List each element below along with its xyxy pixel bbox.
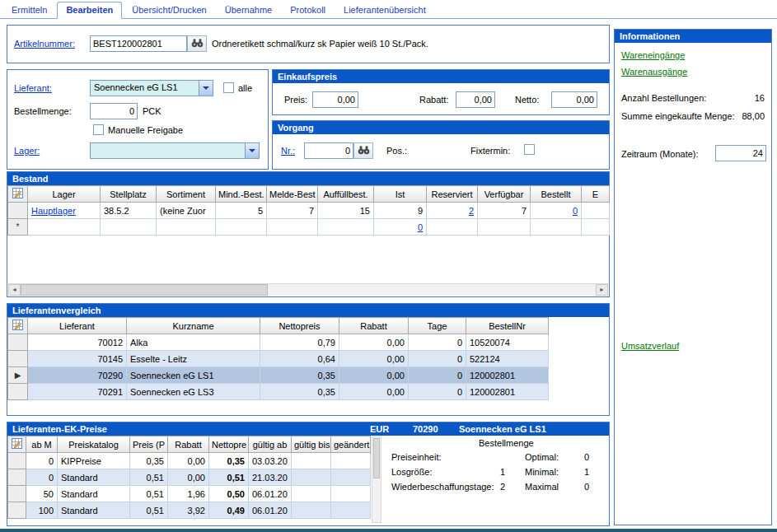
cell[interactable] bbox=[427, 219, 478, 236]
scroll-right-arrow[interactable]: ► bbox=[596, 284, 608, 296]
artikelnummer-input[interactable] bbox=[90, 35, 187, 52]
netto-input[interactable] bbox=[551, 91, 597, 108]
cell[interactable]: 3,92 bbox=[168, 502, 209, 519]
artikelnummer-link[interactable]: Artikelnummer: bbox=[14, 38, 75, 49]
artikel-search-button[interactable] bbox=[187, 35, 207, 52]
cell[interactable] bbox=[331, 453, 371, 469]
cell[interactable]: 06.01.20 bbox=[249, 486, 292, 502]
cell[interactable]: Standard bbox=[58, 502, 130, 519]
cell[interactable]: 5 bbox=[216, 203, 267, 219]
column-header[interactable]: Sortiment bbox=[157, 186, 216, 203]
cell[interactable]: Soennecken eG LS1 bbox=[127, 367, 260, 384]
grid-settings-icon[interactable] bbox=[8, 436, 26, 453]
column-header[interactable]: Mind.-Best. bbox=[216, 186, 267, 203]
cell[interactable]: 120002801 bbox=[466, 367, 549, 384]
cell[interactable]: 10520074 bbox=[466, 334, 549, 351]
vorgang-nr-input[interactable] bbox=[304, 142, 353, 159]
cell[interactable]: 0,51 bbox=[130, 469, 168, 486]
lieferant-combobox[interactable]: Soennecken eG LS1 bbox=[90, 80, 213, 96]
cell[interactable]: 0,35 bbox=[260, 384, 339, 400]
scrollbar-thumb[interactable] bbox=[373, 438, 380, 478]
cell[interactable]: 70012 bbox=[28, 334, 127, 351]
column-header[interactable]: E bbox=[582, 186, 610, 203]
cell[interactable]: 0,00 bbox=[168, 469, 209, 486]
table-row-selected[interactable]: ▶ 70290 Soennecken eG LS1 0,35 0,00 0 12… bbox=[8, 367, 549, 384]
fixtermin-checkbox[interactable] bbox=[524, 144, 535, 155]
column-header[interactable]: Reserviert bbox=[427, 186, 478, 203]
cell[interactable]: 0,00 bbox=[339, 384, 409, 400]
cell[interactable]: 7 bbox=[478, 203, 531, 219]
reserviert-link[interactable]: 2 bbox=[427, 203, 478, 219]
cell[interactable]: 9 bbox=[374, 203, 427, 219]
table-row[interactable]: 70145 Esselte - Leitz 0,64 0,00 0 522124 bbox=[8, 351, 549, 367]
cell[interactable]: (keine Zuor bbox=[157, 203, 216, 219]
table-row[interactable]: Hauptlager 38.5.2 (keine Zuor 5 7 15 9 2… bbox=[8, 203, 610, 219]
cell[interactable]: 03.03.20 bbox=[249, 453, 292, 469]
cell[interactable]: 70291 bbox=[28, 384, 127, 400]
rabatt-input[interactable] bbox=[456, 91, 495, 108]
hauptlager-link[interactable]: Hauptlager bbox=[28, 203, 101, 219]
cell[interactable]: 21.03.20 bbox=[249, 469, 292, 486]
column-header[interactable]: BestellNr bbox=[466, 318, 549, 334]
column-header[interactable]: Auffüllbest. bbox=[318, 186, 374, 203]
column-header[interactable]: ab M bbox=[26, 436, 58, 453]
column-header[interactable]: Stellplatz bbox=[101, 186, 157, 203]
column-header[interactable]: Nettopreis bbox=[260, 318, 339, 334]
cell[interactable]: 50 bbox=[26, 486, 58, 502]
column-header[interactable]: Tage bbox=[409, 318, 466, 334]
cell[interactable]: 70290 bbox=[28, 367, 127, 384]
cell[interactable]: 0,64 bbox=[260, 351, 339, 367]
cell[interactable]: 0,00 bbox=[339, 351, 409, 367]
cell[interactable]: Soennecken eG LS3 bbox=[127, 384, 260, 400]
umsatzverlauf-link[interactable]: Umsatzverlauf bbox=[621, 340, 679, 352]
cell[interactable]: 0,35 bbox=[209, 453, 249, 469]
cell[interactable] bbox=[331, 502, 371, 519]
cell[interactable]: 06.01.20 bbox=[249, 502, 292, 519]
preis-input[interactable] bbox=[312, 91, 358, 108]
cell[interactable]: 0,50 bbox=[209, 486, 249, 502]
wareneingaenge-link[interactable]: Wareneingänge bbox=[621, 49, 685, 61]
column-header[interactable]: Bestellt bbox=[531, 186, 582, 203]
column-header[interactable]: Preis (P bbox=[130, 436, 168, 453]
scroll-left-arrow[interactable]: ◄ bbox=[8, 284, 21, 296]
column-header[interactable]: Lieferant bbox=[28, 318, 127, 334]
tab-protokoll[interactable]: Protokoll bbox=[282, 2, 334, 18]
ist-link[interactable]: 0 bbox=[374, 219, 427, 236]
cell[interactable] bbox=[216, 219, 267, 236]
cell[interactable]: 0 bbox=[26, 453, 58, 469]
cell[interactable] bbox=[292, 486, 331, 502]
tab-bearbeiten[interactable]: Bearbeiten bbox=[57, 2, 122, 19]
cell[interactable] bbox=[318, 219, 374, 236]
cell[interactable] bbox=[101, 219, 157, 236]
cell[interactable]: 0 bbox=[409, 367, 466, 384]
lager-link[interactable]: Lager: bbox=[14, 145, 40, 156]
tab-uebersicht-drucken[interactable]: Übersicht/Drucken bbox=[124, 2, 214, 18]
cell[interactable] bbox=[531, 219, 582, 236]
cell[interactable]: 0,00 bbox=[339, 367, 409, 384]
grid-settings-icon[interactable] bbox=[8, 318, 28, 334]
warenausgaenge-link[interactable]: Warenausgänge bbox=[621, 66, 687, 77]
cell[interactable] bbox=[267, 219, 318, 236]
tab-lieferantenuebersicht[interactable]: Lieferantenübersicht bbox=[335, 2, 434, 18]
table-row[interactable]: 50 Standard 0,51 1,96 0,50 06.01.20 bbox=[8, 486, 371, 502]
cell[interactable] bbox=[28, 219, 101, 236]
column-header[interactable]: Preiskatalog bbox=[58, 436, 130, 453]
scrollbar-track[interactable] bbox=[21, 284, 596, 296]
cell[interactable]: 120002801 bbox=[466, 384, 549, 400]
vorgang-search-button[interactable] bbox=[353, 142, 373, 159]
zeitraum-input[interactable] bbox=[715, 145, 766, 161]
cell[interactable]: 70145 bbox=[28, 351, 127, 367]
cell[interactable] bbox=[292, 469, 331, 486]
lager-combobox[interactable] bbox=[90, 142, 260, 159]
cell[interactable]: Alka bbox=[127, 334, 260, 351]
bestand-horizontal-scrollbar[interactable]: ◄ ► bbox=[8, 283, 608, 296]
cell[interactable]: 0 bbox=[409, 351, 466, 367]
column-header[interactable]: gültig ab bbox=[249, 436, 292, 453]
alle-checkbox[interactable] bbox=[223, 82, 234, 93]
cell[interactable] bbox=[292, 502, 331, 519]
cell[interactable]: 0 bbox=[409, 384, 466, 400]
cell[interactable]: 100 bbox=[26, 502, 58, 519]
column-header[interactable]: Rabatt bbox=[168, 436, 209, 453]
cell[interactable] bbox=[331, 469, 371, 486]
cell[interactable] bbox=[331, 486, 371, 502]
